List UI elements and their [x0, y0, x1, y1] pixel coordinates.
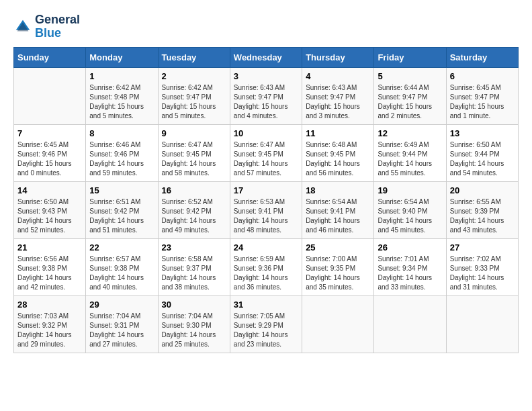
day-info: Sunrise: 7:05 AMSunset: 9:29 PMDaylight:… — [234, 312, 298, 349]
day-info: Sunrise: 6:50 AMSunset: 9:44 PMDaylight:… — [450, 140, 515, 178]
day-info: Sunrise: 7:03 AMSunset: 9:32 PMDaylight:… — [17, 312, 82, 349]
day-number: 3 — [234, 71, 298, 81]
weekday-header-monday: Monday — [86, 47, 158, 67]
calendar-cell: 6Sunrise: 6:45 AMSunset: 9:47 PMDaylight… — [446, 67, 518, 124]
calendar-cell: 20Sunrise: 6:55 AMSunset: 9:39 PMDayligh… — [446, 181, 518, 238]
calendar-cell: 18Sunrise: 6:54 AMSunset: 9:41 PMDayligh… — [302, 181, 374, 238]
calendar-week-row: 21Sunrise: 6:56 AMSunset: 9:38 PMDayligh… — [14, 238, 519, 295]
day-info: Sunrise: 6:54 AMSunset: 9:41 PMDaylight:… — [306, 197, 370, 235]
day-info: Sunrise: 6:53 AMSunset: 9:41 PMDaylight:… — [234, 197, 298, 235]
day-info: Sunrise: 7:04 AMSunset: 9:30 PMDaylight:… — [162, 312, 226, 349]
day-info: Sunrise: 6:59 AMSunset: 9:36 PMDaylight:… — [234, 255, 298, 292]
calendar-cell: 25Sunrise: 7:00 AMSunset: 9:35 PMDayligh… — [302, 238, 374, 295]
day-info: Sunrise: 7:02 AMSunset: 9:33 PMDaylight:… — [450, 255, 515, 292]
day-info: Sunrise: 6:44 AMSunset: 9:47 PMDaylight:… — [378, 83, 442, 121]
logo-icon — [13, 17, 32, 36]
weekday-header-row: SundayMondayTuesdayWednesdayThursdayFrid… — [14, 47, 519, 67]
calendar-cell: 12Sunrise: 6:49 AMSunset: 9:44 PMDayligh… — [374, 124, 446, 181]
calendar-week-row: 28Sunrise: 7:03 AMSunset: 9:32 PMDayligh… — [14, 295, 519, 353]
calendar-cell: 26Sunrise: 7:01 AMSunset: 9:34 PMDayligh… — [374, 238, 446, 295]
day-number: 30 — [162, 300, 226, 310]
day-info: Sunrise: 6:57 AMSunset: 9:38 PMDaylight:… — [89, 255, 154, 292]
day-info: Sunrise: 6:48 AMSunset: 9:45 PMDaylight:… — [306, 140, 370, 178]
calendar-cell — [374, 295, 446, 353]
day-number: 7 — [17, 128, 82, 138]
day-info: Sunrise: 7:01 AMSunset: 9:34 PMDaylight:… — [378, 255, 442, 292]
day-info: Sunrise: 6:43 AMSunset: 9:47 PMDaylight:… — [306, 83, 370, 121]
weekday-header-friday: Friday — [374, 47, 446, 67]
calendar-cell: 22Sunrise: 6:57 AMSunset: 9:38 PMDayligh… — [86, 238, 158, 295]
day-number: 26 — [378, 242, 442, 253]
calendar-cell: 9Sunrise: 6:47 AMSunset: 9:45 PMDaylight… — [158, 124, 230, 181]
day-info: Sunrise: 6:52 AMSunset: 9:42 PMDaylight:… — [162, 197, 226, 235]
day-number: 14 — [17, 185, 82, 195]
calendar-cell: 14Sunrise: 6:50 AMSunset: 9:43 PMDayligh… — [14, 181, 86, 238]
day-info: Sunrise: 6:55 AMSunset: 9:39 PMDaylight:… — [450, 197, 515, 235]
calendar-cell: 17Sunrise: 6:53 AMSunset: 9:41 PMDayligh… — [230, 181, 302, 238]
day-number: 20 — [450, 185, 515, 195]
day-number: 2 — [162, 71, 226, 81]
day-info: Sunrise: 7:04 AMSunset: 9:31 PMDaylight:… — [89, 312, 154, 349]
day-info: Sunrise: 6:45 AMSunset: 9:47 PMDaylight:… — [450, 83, 515, 121]
day-number: 12 — [378, 128, 442, 138]
calendar-cell: 29Sunrise: 7:04 AMSunset: 9:31 PMDayligh… — [86, 295, 158, 353]
day-number: 10 — [234, 128, 298, 138]
calendar-cell — [14, 67, 86, 124]
calendar-cell: 1Sunrise: 6:42 AMSunset: 9:48 PMDaylight… — [86, 67, 158, 124]
calendar-cell: 8Sunrise: 6:46 AMSunset: 9:46 PMDaylight… — [86, 124, 158, 181]
calendar-cell: 24Sunrise: 6:59 AMSunset: 9:36 PMDayligh… — [230, 238, 302, 295]
day-number: 29 — [89, 300, 154, 310]
day-number: 31 — [234, 300, 298, 310]
calendar-cell: 19Sunrise: 6:54 AMSunset: 9:40 PMDayligh… — [374, 181, 446, 238]
day-info: Sunrise: 6:45 AMSunset: 9:46 PMDaylight:… — [17, 140, 82, 178]
calendar-cell — [446, 295, 518, 353]
day-number: 9 — [162, 128, 226, 138]
day-number: 6 — [450, 71, 515, 81]
calendar-cell: 28Sunrise: 7:03 AMSunset: 9:32 PMDayligh… — [14, 295, 86, 353]
calendar-cell: 27Sunrise: 7:02 AMSunset: 9:33 PMDayligh… — [446, 238, 518, 295]
day-number: 28 — [17, 300, 82, 310]
day-number: 21 — [17, 242, 82, 253]
day-number: 25 — [306, 242, 370, 253]
calendar-cell: 3Sunrise: 6:43 AMSunset: 9:47 PMDaylight… — [230, 67, 302, 124]
day-number: 8 — [89, 128, 154, 138]
day-number: 19 — [378, 185, 442, 195]
weekday-header-thursday: Thursday — [302, 47, 374, 67]
day-number: 17 — [234, 185, 298, 195]
day-info: Sunrise: 6:58 AMSunset: 9:37 PMDaylight:… — [162, 255, 226, 292]
calendar-week-row: 14Sunrise: 6:50 AMSunset: 9:43 PMDayligh… — [14, 181, 519, 238]
calendar-cell: 31Sunrise: 7:05 AMSunset: 9:29 PMDayligh… — [230, 295, 302, 353]
calendar-table: SundayMondayTuesdayWednesdayThursdayFrid… — [13, 47, 519, 353]
day-number: 16 — [162, 185, 226, 195]
calendar-cell: 30Sunrise: 7:04 AMSunset: 9:30 PMDayligh… — [158, 295, 230, 353]
day-info: Sunrise: 6:46 AMSunset: 9:46 PMDaylight:… — [89, 140, 154, 178]
day-number: 23 — [162, 242, 226, 253]
calendar-cell: 21Sunrise: 6:56 AMSunset: 9:38 PMDayligh… — [14, 238, 86, 295]
weekday-header-tuesday: Tuesday — [158, 47, 230, 67]
day-info: Sunrise: 6:49 AMSunset: 9:44 PMDaylight:… — [378, 140, 442, 178]
day-number: 22 — [89, 242, 154, 253]
calendar-cell: 2Sunrise: 6:42 AMSunset: 9:47 PMDaylight… — [158, 67, 230, 124]
day-info: Sunrise: 7:00 AMSunset: 9:35 PMDaylight:… — [306, 255, 370, 292]
day-info: Sunrise: 6:42 AMSunset: 9:47 PMDaylight:… — [162, 83, 226, 121]
day-number: 24 — [234, 242, 298, 253]
day-info: Sunrise: 6:43 AMSunset: 9:47 PMDaylight:… — [234, 83, 298, 121]
day-info: Sunrise: 6:42 AMSunset: 9:48 PMDaylight:… — [89, 83, 154, 121]
day-info: Sunrise: 6:56 AMSunset: 9:38 PMDaylight:… — [17, 255, 82, 292]
calendar-cell: 15Sunrise: 6:51 AMSunset: 9:42 PMDayligh… — [86, 181, 158, 238]
day-number: 27 — [450, 242, 515, 253]
day-info: Sunrise: 6:51 AMSunset: 9:42 PMDaylight:… — [89, 197, 154, 235]
weekday-header-wednesday: Wednesday — [230, 47, 302, 67]
calendar-cell — [302, 295, 374, 353]
day-number: 18 — [306, 185, 370, 195]
day-number: 11 — [306, 128, 370, 138]
calendar-cell: 23Sunrise: 6:58 AMSunset: 9:37 PMDayligh… — [158, 238, 230, 295]
calendar-cell: 16Sunrise: 6:52 AMSunset: 9:42 PMDayligh… — [158, 181, 230, 238]
day-number: 15 — [89, 185, 154, 195]
day-number: 13 — [450, 128, 515, 138]
calendar-cell: 7Sunrise: 6:45 AMSunset: 9:46 PMDaylight… — [14, 124, 86, 181]
calendar-cell: 10Sunrise: 6:47 AMSunset: 9:45 PMDayligh… — [230, 124, 302, 181]
calendar-week-row: 1Sunrise: 6:42 AMSunset: 9:48 PMDaylight… — [14, 67, 519, 124]
day-number: 1 — [89, 71, 154, 81]
calendar-cell: 11Sunrise: 6:48 AMSunset: 9:45 PMDayligh… — [302, 124, 374, 181]
